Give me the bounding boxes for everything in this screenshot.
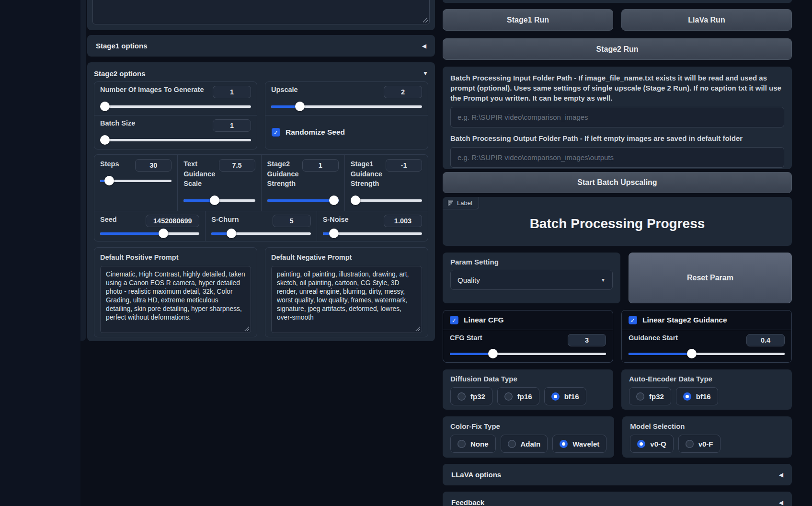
radio-bf16[interactable]: bf16 [676,387,718,405]
accordion-llava-options[interactable]: LLaVA options ◀ [443,464,792,485]
resize-handle-icon[interactable] [423,18,428,23]
upscale-block: Upscale [265,82,428,115]
text-guidance-input[interactable] [219,159,255,172]
radio-fp32[interactable]: fp32 [629,387,671,405]
batch-progress-text: Batch Processing Progress [443,197,792,246]
s-churn-cell: S-Churn [205,211,316,242]
negative-prompt-input[interactable]: painting, oil painting, illustration, dr… [272,266,422,333]
radio-wavelet[interactable]: Wavelet [552,435,606,453]
slider-thumb[interactable] [351,196,360,205]
slider-thumb[interactable] [488,349,498,358]
radio-circle-icon [637,440,645,448]
batch-output-path-field[interactable] [450,147,784,168]
negative-prompt-textarea[interactable]: painting, oil painting, illustration, dr… [271,266,422,333]
linear-stage2-checkbox[interactable] [629,316,637,324]
slider-thumb[interactable] [100,102,110,111]
color-fix-block: Color-Fix Type None AdaIn Wavelet [443,416,614,458]
llava-run-button[interactable]: LlaVa Run [621,9,792,31]
batch-size-input[interactable] [213,119,251,132]
cropped-panel-bottom-edge [443,0,792,3]
slider-thumb[interactable] [159,229,168,238]
accordion-stage2-header[interactable]: Stage2 options ▼ [94,67,428,80]
slider-thumb[interactable] [104,176,114,185]
linear-cfg-checkbox[interactable] [450,316,458,324]
accordion-stage1-options[interactable]: Stage1 options ◀ [87,35,435,57]
stage1-guidance-input[interactable] [386,159,422,172]
batch-size-label: Batch Size [100,119,135,127]
radio-none[interactable]: None [450,435,496,453]
num-images-slider[interactable] [100,102,251,111]
chevron-left-icon[interactable]: ◀ [779,472,783,478]
stage2-guidance-slider[interactable] [267,196,339,205]
cfg-start-input[interactable] [568,334,606,346]
positive-prompt-textarea[interactable]: Cinematic, High Contrast, highly detaile… [100,266,251,333]
radio-fp16[interactable]: fp16 [497,387,539,405]
slider-thumb[interactable] [227,229,236,238]
s-churn-input[interactable] [273,215,311,227]
accordion-feedback[interactable]: Feedback ◀ [443,492,792,506]
label-chip-text: Label [457,199,472,207]
slider-thumb[interactable] [295,102,305,111]
linear-stage2-block: Linear Stage2 Guidance [622,310,791,330]
batch-processing-panel: Batch Processing Input Folder Path - If … [443,67,792,169]
stage2-run-button[interactable]: Stage2 Run [443,38,792,60]
cfg-start-slider[interactable] [450,349,606,358]
resize-handle-icon[interactable] [244,326,249,331]
right-column: Stage1 Run LlaVa Run Stage2 Run Batch Pr… [443,0,792,506]
start-batch-upscaling-button[interactable]: Start Batch Upscaling [443,172,792,193]
slider-thumb[interactable] [329,196,339,205]
slider-thumb[interactable] [687,349,697,358]
stage1-guidance-label: Stage1 Guidance Strength [351,159,381,189]
steps-input[interactable] [135,159,172,172]
radio-bf16[interactable]: bf16 [544,387,586,405]
randomize-seed-checkbox[interactable] [272,128,280,137]
chevron-left-icon[interactable]: ◀ [422,43,426,49]
prompt-textarea-input[interactable] [93,0,429,24]
radio-circle-icon [636,392,644,401]
steps-slider[interactable] [100,176,172,185]
ae-dtype-block: Auto-Encoder Data Type fp32 bf16 [621,369,792,410]
reset-param-button[interactable]: Reset Param [629,253,792,303]
radio-v0-q[interactable]: v0-Q [630,435,673,453]
radio-adain[interactable]: AdaIn [501,435,548,453]
batch-size-slider[interactable] [100,135,251,145]
chevron-down-icon[interactable]: ▼ [423,70,428,76]
seed-slider[interactable] [100,229,199,238]
accordion-stage2-title: Stage2 options [94,69,146,78]
prompt-textarea[interactable] [92,0,430,24]
chevron-left-icon[interactable]: ◀ [779,500,783,506]
guidance-start-slider[interactable] [629,349,785,358]
slider-thumb[interactable] [100,135,110,145]
param-setting-label: Param Setting [450,258,613,266]
resize-handle-icon[interactable] [415,326,420,331]
seed-input[interactable] [146,215,199,227]
positive-prompt-label: Default Positive Prompt [100,253,179,261]
accordion-llava-title: LLaVA options [451,471,501,479]
radio-v0-f[interactable]: v0-F [678,435,721,453]
left-cropped-panel-edge [80,0,86,341]
guidance-start-input[interactable] [746,334,785,346]
upscale-slider[interactable] [271,102,422,111]
positive-prompt-block: Default Positive Prompt Cinematic, High … [94,247,257,337]
s-noise-slider[interactable] [323,229,422,238]
param-setting-dropdown[interactable]: Quality ▼ [450,270,613,290]
steps-label: Steps [100,159,130,169]
text-guidance-slider[interactable] [183,196,255,205]
s-noise-input[interactable] [384,215,422,227]
group-upscale-seed: Upscale Randomize Seed [265,81,428,150]
slider-thumb[interactable] [329,229,339,238]
num-images-input[interactable] [213,86,251,98]
stage1-run-button[interactable]: Stage1 Run [443,9,613,31]
radio-fp32[interactable]: fp32 [450,387,492,405]
s-churn-slider[interactable] [211,229,310,238]
supir-app-page: Stage1 options ◀ Stage2 options ▼ Number… [0,0,812,506]
upscale-input[interactable] [384,86,422,98]
left-cropped-region [0,0,80,506]
stage2-guidance-cell: Stage2 Guidance Strength [261,155,344,211]
linear-cfg-label: Linear CFG [464,316,504,324]
stage2-guidance-input[interactable] [302,159,339,172]
batch-input-path-field[interactable] [450,107,784,127]
positive-prompt-input[interactable]: Cinematic, High Contrast, highly detaile… [101,266,251,333]
slider-thumb[interactable] [210,196,219,205]
stage1-guidance-slider[interactable] [351,196,422,205]
